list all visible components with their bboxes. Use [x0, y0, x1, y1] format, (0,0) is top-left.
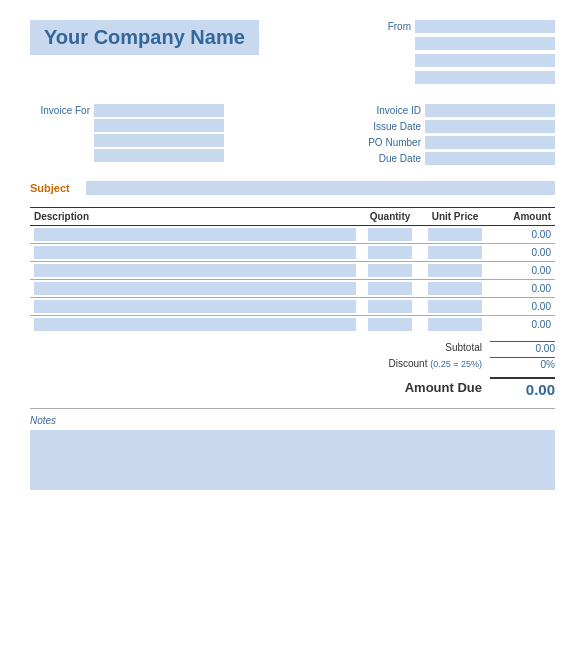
client-name-row: Invoice For — [30, 104, 224, 117]
company-name[interactable]: Your Company Name — [30, 20, 259, 55]
issue-date-row: Issue Date — [351, 120, 555, 133]
desc-cell-4[interactable] — [30, 298, 360, 316]
qty-cell-4[interactable] — [360, 298, 420, 316]
invoice-details-section: Invoice ID Issue Date PO Number Due Date — [351, 104, 555, 165]
due-date-label: Due Date — [351, 153, 421, 164]
desc-cell-1[interactable] — [30, 244, 360, 262]
qty-cell-3[interactable] — [360, 280, 420, 298]
from-address1-row — [388, 37, 555, 50]
due-date-row: Due Date — [351, 152, 555, 165]
desc-cell-0[interactable] — [30, 226, 360, 244]
amt-cell-0: 0.00 — [490, 226, 555, 244]
invoice-table: Description Quantity Unit Price Amount 0… — [30, 207, 555, 333]
subject-label: Subject — [30, 182, 78, 194]
qty-cell-2[interactable] — [360, 262, 420, 280]
col-unit-price: Unit Price — [420, 208, 490, 226]
table-row: 0.00 — [30, 316, 555, 333]
client-addr2-row — [30, 134, 224, 147]
amt-cell-3: 0.00 — [490, 280, 555, 298]
client-city-field[interactable] — [94, 149, 224, 162]
issue-date-field[interactable] — [425, 120, 555, 133]
col-quantity: Quantity — [360, 208, 420, 226]
subtotal-value: 0.00 — [490, 341, 555, 354]
col-amount: Amount — [490, 208, 555, 226]
totals-section: Subtotal 0.00 Discount (0.25 = 25%) 0% A… — [30, 341, 555, 398]
from-name-row: From — [388, 20, 555, 33]
from-city-field[interactable] — [415, 71, 555, 84]
due-date-field[interactable] — [425, 152, 555, 165]
desc-cell-2[interactable] — [30, 262, 360, 280]
info-section: Invoice For Invoice ID Issue Da — [30, 104, 555, 165]
invoice-header: Your Company Name From — [30, 20, 555, 86]
issue-date-label: Issue Date — [351, 121, 421, 132]
po-number-label: PO Number — [351, 137, 421, 148]
from-city-row — [388, 71, 555, 84]
table-row: 0.00 — [30, 298, 555, 316]
qty-cell-0[interactable] — [360, 226, 420, 244]
from-name-field[interactable] — [415, 20, 555, 33]
invoice-id-field[interactable] — [425, 104, 555, 117]
invoice-id-row: Invoice ID — [351, 104, 555, 117]
subject-field[interactable] — [86, 181, 555, 195]
client-addr1-row — [30, 119, 224, 132]
from-address2-field[interactable] — [415, 54, 555, 67]
amount-due-row: Amount Due 0.00 — [275, 377, 555, 398]
discount-label: Discount (0.25 = 25%) — [352, 358, 482, 369]
amt-cell-2: 0.00 — [490, 262, 555, 280]
client-name-field[interactable] — [94, 104, 224, 117]
invoice-for-label: Invoice For — [30, 105, 90, 116]
qty-cell-1[interactable] — [360, 244, 420, 262]
up-cell-3[interactable] — [420, 280, 490, 298]
table-header-row: Description Quantity Unit Price Amount — [30, 208, 555, 226]
desc-cell-3[interactable] — [30, 280, 360, 298]
from-address2-row — [388, 54, 555, 67]
invoice-id-label: Invoice ID — [351, 105, 421, 116]
amount-due-label: Amount Due — [352, 380, 482, 395]
client-city-row — [30, 149, 224, 162]
po-number-field[interactable] — [425, 136, 555, 149]
invoice-page: Your Company Name From Invoice For — [0, 0, 585, 650]
table-row: 0.00 — [30, 280, 555, 298]
table-row: 0.00 — [30, 226, 555, 244]
col-description: Description — [30, 208, 360, 226]
subtotal-label: Subtotal — [352, 342, 482, 353]
amt-cell-1: 0.00 — [490, 244, 555, 262]
client-section: Invoice For — [30, 104, 224, 165]
notes-section: Notes — [30, 408, 555, 490]
discount-pct: (0.25 = 25%) — [430, 359, 482, 369]
discount-value: 0% — [490, 357, 555, 370]
qty-cell-5[interactable] — [360, 316, 420, 333]
table-row: 0.00 — [30, 244, 555, 262]
po-number-row: PO Number — [351, 136, 555, 149]
notes-label: Notes — [30, 415, 555, 426]
from-label: From — [388, 21, 411, 32]
up-cell-5[interactable] — [420, 316, 490, 333]
discount-row: Discount (0.25 = 25%) 0% — [275, 357, 555, 370]
amount-due-value: 0.00 — [490, 377, 555, 398]
subject-row: Subject — [30, 181, 555, 195]
up-cell-0[interactable] — [420, 226, 490, 244]
up-cell-2[interactable] — [420, 262, 490, 280]
notes-field[interactable] — [30, 430, 555, 490]
table-row: 0.00 — [30, 262, 555, 280]
amt-cell-5: 0.00 — [490, 316, 555, 333]
from-address1-field[interactable] — [415, 37, 555, 50]
up-cell-4[interactable] — [420, 298, 490, 316]
subtotal-row: Subtotal 0.00 — [275, 341, 555, 354]
from-section: From — [388, 20, 555, 86]
client-addr1-field[interactable] — [94, 119, 224, 132]
client-addr2-field[interactable] — [94, 134, 224, 147]
up-cell-1[interactable] — [420, 244, 490, 262]
desc-cell-5[interactable] — [30, 316, 360, 333]
amt-cell-4: 0.00 — [490, 298, 555, 316]
